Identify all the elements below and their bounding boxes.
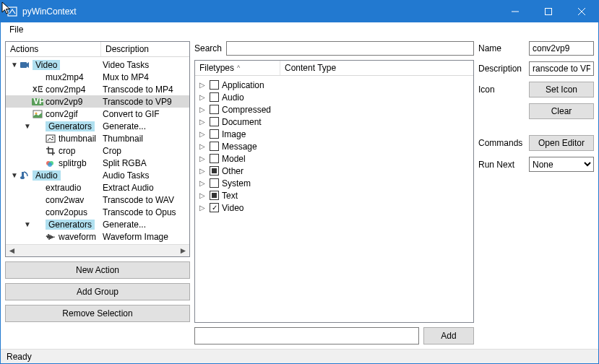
scroll-right-icon[interactable]: ► (177, 246, 189, 256)
set-icon-button[interactable]: Set Icon (529, 82, 594, 98)
clear-button[interactable]: Clear (529, 103, 594, 119)
filetype-row[interactable]: ▷Model (197, 152, 472, 165)
filetype-row[interactable]: ▷Compressed (197, 103, 472, 116)
open-editor-button[interactable]: Open Editor (529, 135, 594, 151)
tree-description: Waveform Image (101, 232, 189, 242)
tree-description: Transcode to Opus (101, 207, 189, 217)
col-description[interactable]: Description (101, 42, 153, 56)
filetype-row[interactable]: ▷System (197, 177, 472, 189)
expander-icon[interactable]: ▷ (199, 105, 207, 113)
blank-icon (32, 207, 43, 218)
svg-point-15 (48, 162, 52, 167)
new-action-button[interactable]: New Action (5, 261, 190, 279)
expander-icon[interactable]: ▷ (199, 118, 207, 126)
col-filetypes[interactable]: Filetypes^ (195, 61, 280, 75)
filetypes-list[interactable]: Filetypes^ Content Type ▷Application▷Aud… (194, 60, 474, 323)
expander-icon[interactable]: ▼ (10, 61, 19, 69)
checkbox[interactable] (210, 80, 219, 90)
checkbox[interactable] (210, 154, 219, 163)
actions-tree[interactable]: Actions Description ▼VideoVideo Tasksmux… (5, 41, 190, 257)
expander-icon[interactable]: ▷ (199, 130, 207, 138)
col-actions[interactable]: Actions (6, 42, 101, 56)
app-icon (7, 6, 18, 17)
menubar: File (1, 22, 598, 37)
expander-icon[interactable]: ▷ (199, 167, 207, 175)
filetype-label: Compressed (222, 105, 271, 115)
tree-label: conv2gif (46, 109, 78, 119)
tree-label: Generators (46, 121, 95, 131)
maximize-button[interactable] (532, 1, 565, 22)
filetype-row[interactable]: ▷Audio (197, 91, 472, 103)
tree-item[interactable]: cropCrop (6, 144, 189, 157)
tree-group[interactable]: ▼AudioAudio Tasks (6, 169, 189, 181)
tree-group[interactable]: ▼GeneratorsGenerate... (6, 218, 189, 230)
checkbox[interactable] (210, 117, 219, 126)
filetype-row[interactable]: ▷Text (197, 189, 472, 202)
expander-icon[interactable]: ▼ (23, 220, 32, 228)
tree-description: Video Tasks (101, 60, 189, 70)
search-input[interactable] (226, 41, 474, 56)
filetype-row[interactable]: ▷Video (197, 202, 472, 214)
expander-icon[interactable]: ▷ (199, 93, 207, 101)
tree-description: Convert to GIF (101, 109, 189, 119)
tree-label: splitrgb (59, 158, 87, 168)
tree-item[interactable]: thumbnailThumbnail (6, 132, 189, 144)
checkbox[interactable] (210, 92, 219, 102)
checkbox[interactable] (210, 129, 219, 139)
expander-icon[interactable]: ▼ (23, 122, 32, 130)
add-filetype-input[interactable] (194, 327, 419, 344)
description-input[interactable] (529, 61, 594, 76)
filetype-row[interactable]: ▷Document (197, 116, 472, 128)
expander-icon[interactable]: ▷ (199, 81, 207, 89)
expander-icon[interactable]: ▷ (199, 204, 207, 212)
tree-item[interactable]: conv2gifConvert to GIF (6, 108, 189, 120)
tree-item[interactable]: conv2opusTranscode to Opus (6, 206, 189, 218)
add-group-button[interactable]: Add Group (5, 283, 190, 300)
tree-description: Mux to MP4 (101, 72, 189, 82)
tree-item[interactable]: waveformWaveform Image (6, 230, 189, 243)
filetype-row[interactable]: ▷Message (197, 140, 472, 152)
tree-group[interactable]: ▼GeneratorsGenerate... (6, 120, 189, 132)
crop-icon (45, 145, 56, 157)
tree-description: Generate... (101, 121, 189, 131)
menu-file[interactable]: File (5, 23, 27, 36)
run-next-select[interactable]: None (529, 157, 594, 172)
svg-rect-0 (8, 7, 17, 16)
tree-description: Generate... (101, 220, 189, 230)
checkbox[interactable] (210, 203, 219, 212)
filetype-label: Message (222, 142, 257, 152)
tree-hscrollbar[interactable]: ◄ ► (6, 244, 189, 256)
checkbox[interactable] (210, 105, 219, 114)
blank-icon (32, 182, 43, 194)
filetype-row[interactable]: ▷Image (197, 128, 472, 140)
expander-icon[interactable]: ▷ (199, 142, 207, 150)
add-button[interactable]: Add (423, 327, 474, 344)
expander-icon[interactable]: ▷ (199, 191, 207, 199)
filetype-label: Document (222, 117, 262, 127)
close-button[interactable] (565, 1, 598, 22)
checkbox[interactable] (210, 142, 219, 151)
xcode-icon: x⊡ (32, 84, 43, 95)
svg-text:VP9: VP9 (33, 98, 43, 105)
tree-item[interactable]: mux2mp4Mux to MP4 (6, 71, 189, 83)
tree-item[interactable]: extraudioExtract Audio (6, 181, 189, 194)
checkbox[interactable] (210, 166, 219, 176)
tree-item[interactable]: VP9conv2vp9Transcode to VP9 (6, 95, 189, 108)
expander-icon[interactable]: ▷ (199, 155, 207, 162)
tree-group[interactable]: ▼VideoVideo Tasks (6, 58, 189, 71)
filetype-row[interactable]: ▷Application (197, 79, 472, 91)
checkbox[interactable] (210, 191, 219, 200)
checkbox[interactable] (210, 178, 219, 188)
tree-item[interactable]: x⊡conv2mp4Transcode to MP4 (6, 83, 189, 95)
name-input[interactable] (529, 41, 594, 56)
tree-item[interactable]: conv2wavTranscode to WAV (6, 194, 189, 206)
expander-icon[interactable]: ▼ (10, 171, 19, 179)
scroll-left-icon[interactable]: ◄ (6, 246, 18, 256)
filetype-row[interactable]: ▷Other (197, 165, 472, 177)
filetype-label: Video (222, 203, 244, 213)
expander-icon[interactable]: ▷ (199, 179, 207, 187)
col-content-type[interactable]: Content Type (280, 61, 340, 75)
remove-selection-button[interactable]: Remove Selection (5, 305, 190, 322)
minimize-button[interactable] (499, 1, 532, 22)
tree-item[interactable]: splitrgbSplit RGBA (6, 157, 189, 169)
